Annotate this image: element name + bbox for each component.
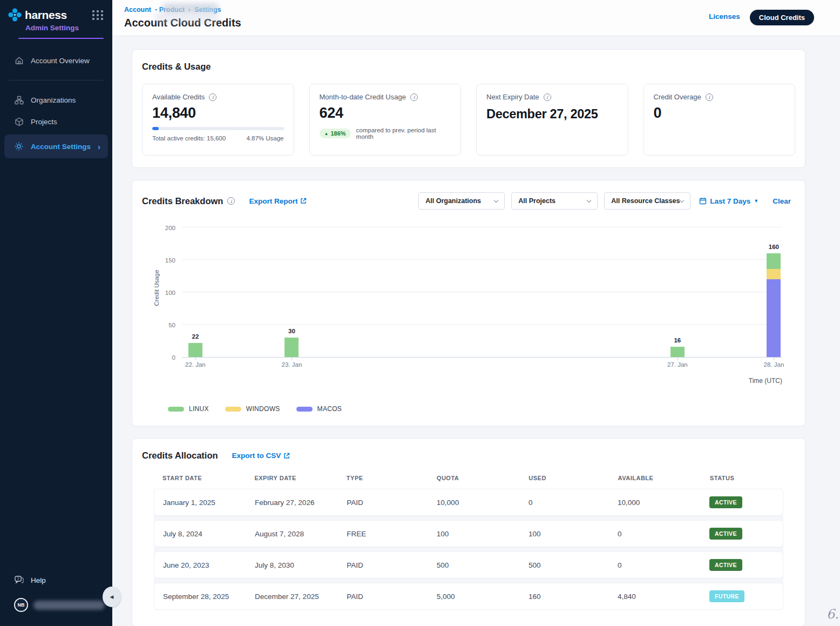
user-row[interactable]: NB: [14, 598, 112, 612]
legend-item-linux[interactable]: LINUX: [168, 405, 209, 413]
chevron-right-icon: ›: [98, 142, 100, 151]
sidebar-accent-divider: [18, 38, 104, 39]
handwritten-annotation: 6.: [827, 607, 839, 622]
chart-x-tick-label: 27. Jan: [667, 361, 688, 368]
breadcrumb-settings-link[interactable]: Settings: [194, 6, 221, 14]
credits-usage-title: Credits & Usage: [142, 62, 795, 72]
sidebar-header: harness: [0, 0, 112, 22]
external-link-icon: [300, 198, 307, 204]
help-button[interactable]: ? Help: [14, 575, 112, 585]
chart-bar-value: 30: [288, 328, 295, 334]
legend-label: MACOS: [317, 405, 342, 413]
chart-gridline: [182, 227, 782, 227]
sidebar-item-organizations[interactable]: Organizations: [0, 89, 112, 111]
cloud-credits-button[interactable]: Cloud Credits: [750, 10, 814, 25]
export-csv-link[interactable]: Export to CSV: [232, 452, 290, 460]
sidebar-footer: ? Help NB: [0, 575, 112, 626]
sidebar-item-account-overview[interactable]: Account Overview: [0, 50, 112, 71]
breadcrumb: Account - Product › Settings: [124, 5, 241, 14]
info-icon[interactable]: i: [209, 93, 216, 101]
breakdown-title: Credits Breakdown: [142, 196, 223, 206]
table-row[interactable]: September 28, 2025 December 27, 2025 PAI…: [154, 583, 783, 610]
chart-gridline: [182, 324, 782, 325]
resource-classes-select[interactable]: All Resource Classes: [604, 192, 690, 210]
chart-x-tick-label: 28. Jan: [764, 361, 784, 368]
sidebar-item-projects[interactable]: Projects: [0, 111, 112, 132]
chart-bar-23-jan[interactable]: [284, 338, 299, 357]
page-title: Account Cloud Credits: [124, 17, 241, 29]
credits-progress-bar: [152, 127, 284, 130]
home-icon: [14, 56, 24, 65]
chart-y-tick: 200: [153, 225, 175, 231]
svg-text:?: ?: [17, 577, 19, 581]
sidebar-item-account-settings[interactable]: Account Settings ›: [4, 134, 108, 158]
organizations-icon: [14, 95, 24, 105]
redacted-username: [33, 601, 105, 610]
legend-swatch: [168, 407, 184, 412]
stat-label: Month-to-date Credit Usage: [320, 93, 406, 101]
stat-value: 624: [320, 105, 451, 122]
delta-badge: ▲186%: [320, 129, 351, 138]
header-actions: Licenses Cloud Credits: [709, 5, 814, 29]
stat-label: Next Expiry Date: [486, 93, 539, 101]
chart-y-axis-label: Credit Usage: [153, 264, 160, 312]
breakdown-filters: All Organizations All Projects All Resou…: [418, 192, 795, 210]
chart-bar-value: 160: [769, 244, 779, 250]
chart-bar-28-jan[interactable]: [767, 253, 781, 357]
page-content: Credits & Usage Available Credits i 14,8…: [112, 36, 840, 626]
chevron-down-icon: [587, 198, 591, 203]
info-icon[interactable]: i: [410, 93, 418, 101]
legend-item-windows[interactable]: WINDOWS: [225, 405, 280, 413]
col-available: AVAILABLE: [618, 475, 710, 481]
chart-segment-macos: [767, 279, 781, 357]
sidebar-divider: [9, 80, 104, 80]
export-report-link[interactable]: Export Report: [249, 197, 307, 205]
main-area: Account - Product › Settings Account Clo…: [112, 0, 840, 626]
stat-card-mtd-usage: Month-to-date Credit Usage i 624 ▲186% c…: [309, 84, 462, 156]
sidebar-collapse-handle[interactable]: ◀: [103, 587, 121, 607]
legend-item-macos[interactable]: MACOS: [296, 405, 342, 413]
chart-x-tick: [292, 357, 292, 360]
projects-select[interactable]: All Projects: [511, 192, 598, 210]
date-range-picker[interactable]: Last 7 Days ▼: [699, 197, 758, 205]
allocation-title: Credits Allocation: [142, 450, 218, 461]
legend-label: WINDOWS: [246, 405, 280, 413]
legend-swatch: [296, 407, 313, 412]
chart-legend: LINUXWINDOWSMACOS: [168, 405, 795, 413]
external-link-icon: [283, 453, 290, 459]
organizations-select[interactable]: All Organizations: [418, 192, 505, 210]
caret-down-icon: ▼: [754, 198, 758, 204]
chart-x-axis-label: Time (UTC): [749, 377, 782, 385]
sidebar-nav: Account Overview Organizations Projects: [0, 50, 112, 160]
chart-bar-27-jan[interactable]: [670, 347, 685, 357]
chart-y-tick: 100: [153, 290, 175, 296]
breadcrumb-product-link[interactable]: - Product: [155, 6, 185, 14]
projects-cube-icon: [14, 117, 24, 126]
module-grid-icon[interactable]: [92, 10, 104, 20]
col-expiry-date: EXPIRY DATE: [254, 475, 346, 481]
chart-segment-linux: [767, 253, 781, 269]
table-row[interactable]: June 20, 2023 July 8, 2030 PAID 500 500 …: [154, 551, 783, 578]
status-badge: ACTIVE: [709, 528, 742, 540]
chart-bar-value: 22: [192, 333, 199, 340]
stat-card-row: Available Credits i 14,840 Total active …: [142, 84, 795, 156]
chart-gridline: [182, 259, 782, 260]
table-header-row: START DATE EXPIRY DATE TYPE QUOTA USED A…: [154, 475, 783, 481]
chart-y-tick: 150: [153, 257, 175, 264]
chart-bar-22-jan[interactable]: [188, 343, 202, 357]
info-icon[interactable]: i: [706, 93, 713, 101]
breadcrumb-account-link[interactable]: Account: [124, 6, 151, 14]
status-badge: FUTURE: [709, 590, 744, 602]
avatar: NB: [14, 598, 28, 612]
info-icon[interactable]: i: [544, 93, 551, 101]
table-row[interactable]: July 8, 2024 August 7, 2028 FREE 100 100…: [154, 520, 783, 547]
licenses-link[interactable]: Licenses: [709, 10, 740, 21]
stat-label: Available Credits: [152, 93, 205, 101]
info-icon[interactable]: i: [227, 197, 235, 205]
delta-note: compared to prev. period last month: [356, 127, 451, 140]
table-row[interactable]: January 1, 2025 February 27, 2026 PAID 1…: [154, 489, 783, 516]
col-start-date: START DATE: [162, 475, 254, 481]
clear-filters-link[interactable]: Clear: [773, 197, 791, 205]
chart-y-tick: 50: [153, 322, 175, 328]
sidebar-item-label: Projects: [31, 118, 57, 126]
